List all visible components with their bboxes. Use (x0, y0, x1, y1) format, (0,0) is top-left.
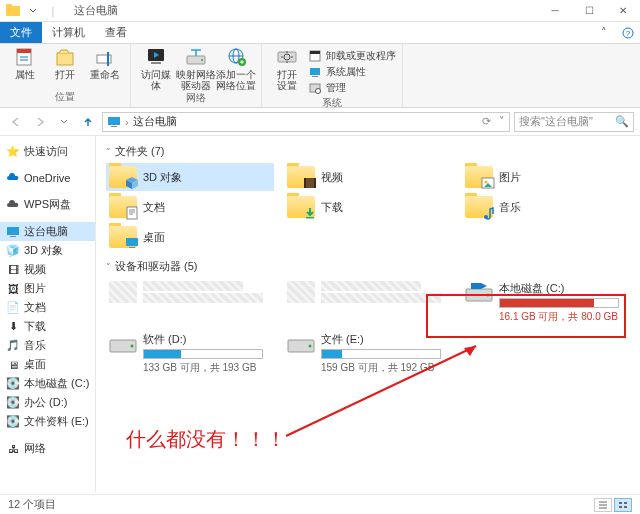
svg-rect-33 (304, 178, 306, 188)
ribbon-group-location-label: 位置 (6, 90, 124, 105)
breadcrumb-location[interactable]: 这台电脑 (133, 114, 177, 129)
tree-pictures[interactable]: 🖼图片 (0, 279, 95, 298)
ribbon-group-location: 属性 打开 重命名 位置 (0, 44, 131, 107)
svg-rect-8 (107, 52, 109, 66)
properties-button[interactable]: 属性 (6, 46, 44, 80)
open-button[interactable]: 打开 (46, 46, 84, 80)
nav-tree[interactable]: ⭐快速访问 OneDrive WPS网盘 这台电脑 🧊3D 对象 🎞视频 🖼图片… (0, 136, 96, 492)
pc-icon (6, 225, 20, 239)
folder-pictures[interactable]: 图片 (462, 163, 630, 191)
folder-documents[interactable]: 文档 (106, 193, 274, 221)
ribbon-collapse-button[interactable]: ˄ (592, 22, 616, 43)
close-button[interactable]: ✕ (606, 0, 640, 22)
tree-drive-e[interactable]: 💽文件资料 (E:) (0, 412, 95, 431)
titlebar: | 这台电脑 ─ ☐ ✕ (0, 0, 640, 22)
tree-network[interactable]: 🖧网络 (0, 439, 95, 458)
tree-quick-access[interactable]: ⭐快速访问 (0, 142, 95, 161)
rename-button[interactable]: 重命名 (86, 46, 124, 80)
tab-file[interactable]: 文件 (0, 22, 42, 43)
annotation-text: 什么都没有！！！ (126, 426, 286, 453)
download-icon (303, 206, 317, 220)
rename-label: 重命名 (90, 69, 120, 80)
tree-onedrive[interactable]: OneDrive (0, 169, 95, 187)
document-icon: 📄 (6, 301, 20, 315)
tab-view[interactable]: 查看 (95, 22, 137, 43)
tree-drive-d[interactable]: 💽办公 (D:) (0, 393, 95, 412)
manage-button[interactable]: 管理 (308, 80, 396, 96)
tree-this-pc[interactable]: 这台电脑 (0, 222, 95, 241)
breadcrumb[interactable]: › 这台电脑 ⟳ ˅ (102, 112, 510, 132)
svg-line-50 (286, 346, 476, 436)
svg-rect-6 (57, 53, 73, 65)
tree-3d-objects[interactable]: 🧊3D 对象 (0, 241, 95, 260)
tab-computer[interactable]: 计算机 (42, 22, 95, 43)
qat-dropdown-icon[interactable] (24, 2, 42, 20)
uninstall-button[interactable]: 卸载或更改程序 (308, 48, 396, 64)
view-details-button[interactable] (594, 498, 612, 512)
refresh-button[interactable]: ⟳ (482, 115, 491, 128)
film-icon (303, 176, 317, 190)
open-settings-button[interactable]: 打开 设置 (268, 46, 306, 91)
view-icons-button[interactable] (614, 498, 632, 512)
tree-music[interactable]: 🎵音乐 (0, 336, 95, 355)
folder-3d-objects[interactable]: 3D 对象 (106, 163, 274, 191)
nav-recent-button[interactable] (54, 112, 74, 132)
help-button[interactable]: ? (616, 22, 640, 43)
folder-desktop[interactable]: 桌面 (106, 223, 274, 251)
desktop-icon (125, 236, 139, 250)
open-settings-label: 打开 设置 (277, 69, 297, 91)
open-label: 打开 (55, 69, 75, 80)
manage-label: 管理 (326, 81, 346, 95)
desktop-icon: 🖥 (6, 358, 20, 372)
drive-d[interactable]: 软件 (D:)133 GB 可用，共 193 GB (106, 329, 274, 378)
system-props-button[interactable]: 系统属性 (308, 64, 396, 80)
access-media-button[interactable]: 访问媒体 (137, 46, 175, 91)
map-drive-label: 映射网络 驱动器 (176, 69, 216, 91)
svg-rect-40 (126, 238, 138, 246)
add-network-button[interactable]: 添加一个 网络位置 (217, 46, 255, 91)
svg-rect-26 (111, 126, 117, 127)
music-icon: 🎵 (6, 339, 20, 353)
map-drive-button[interactable]: 映射网络 驱动器 (177, 46, 215, 91)
nav-forward-button[interactable] (30, 112, 50, 132)
svg-rect-5 (17, 49, 31, 53)
drive-pixelated-1[interactable] (106, 278, 274, 327)
drive-icon: 💽 (6, 396, 20, 410)
ribbon-group-system: 打开 设置 卸载或更改程序 系统属性 管理 系统 (262, 44, 403, 107)
chevron-down-icon: ˅ (106, 147, 111, 157)
document-icon (125, 206, 139, 220)
svg-point-13 (201, 59, 203, 61)
nav-back-button[interactable] (6, 112, 26, 132)
content-pane[interactable]: ˅文件夹 (7) 3D 对象 视频 图片 文档 下载 音乐 桌面 ˅设备和驱动器… (96, 136, 640, 492)
tree-desktop[interactable]: 🖥桌面 (0, 355, 95, 374)
maximize-button[interactable]: ☐ (572, 0, 606, 22)
annotation-arrow (276, 336, 496, 446)
star-icon: ⭐ (6, 145, 20, 159)
minimize-button[interactable]: ─ (538, 0, 572, 22)
nav-up-button[interactable] (78, 112, 98, 132)
svg-point-36 (485, 181, 488, 184)
access-media-label: 访问媒体 (137, 69, 175, 91)
tree-videos[interactable]: 🎞视频 (0, 260, 95, 279)
folders-header[interactable]: ˅文件夹 (7) (106, 144, 630, 159)
svg-point-39 (484, 215, 488, 219)
tree-downloads[interactable]: ⬇下载 (0, 317, 95, 336)
addr-dropdown-button[interactable]: ˅ (499, 115, 505, 128)
svg-rect-22 (312, 76, 318, 77)
music-icon (481, 206, 495, 220)
network-icon: 🖧 (6, 442, 20, 456)
drive-icon (109, 332, 137, 354)
folder-downloads[interactable]: 下载 (284, 193, 452, 221)
svg-rect-21 (310, 68, 320, 75)
drives-header[interactable]: ˅设备和驱动器 (5) (106, 259, 630, 274)
tree-wps[interactable]: WPS网盘 (0, 195, 95, 214)
folder-music[interactable]: 音乐 (462, 193, 630, 221)
svg-rect-25 (108, 117, 120, 125)
tree-documents[interactable]: 📄文档 (0, 298, 95, 317)
svg-rect-37 (127, 207, 137, 219)
explorer-icon (4, 2, 22, 20)
search-input[interactable]: 搜索"这台电脑" 🔍 (514, 112, 634, 132)
video-icon: 🎞 (6, 263, 20, 277)
tree-drive-c[interactable]: 💽本地磁盘 (C:) (0, 374, 95, 393)
folder-videos[interactable]: 视频 (284, 163, 452, 191)
